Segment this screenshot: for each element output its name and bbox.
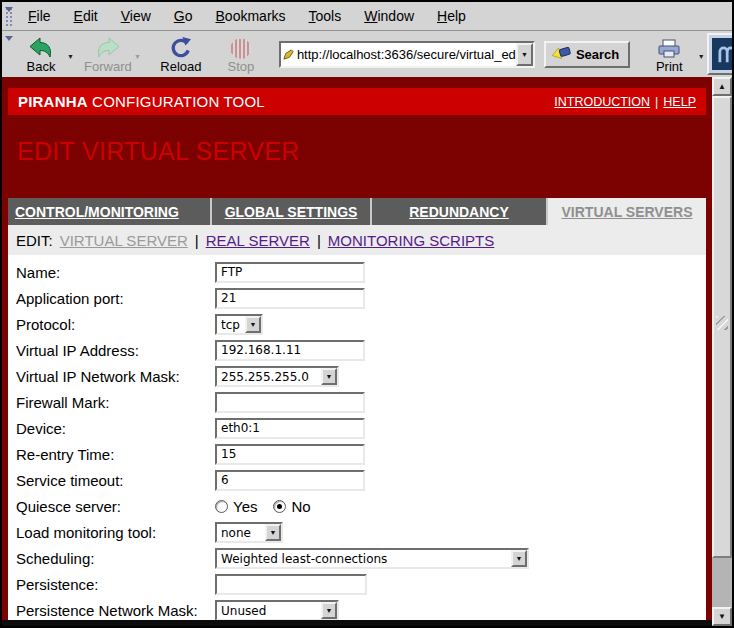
quiesce-radio-yes[interactable] — [215, 500, 228, 513]
stop-icon — [231, 35, 251, 59]
mozilla-m-icon — [712, 38, 734, 70]
stop-button[interactable]: Stop — [215, 33, 267, 76]
field-label-name: Name: — [16, 264, 215, 281]
header-link-help[interactable]: HELP — [663, 95, 696, 109]
edit-subnav: EDIT: VIRTUAL SERVER|REAL SERVER|MONITOR… — [8, 225, 706, 255]
tab-label: VIRTUAL SERVERS — [562, 204, 693, 220]
persistmask-select[interactable]: Unused — [215, 600, 339, 621]
back-button[interactable]: Back — [15, 33, 67, 76]
reentry-input[interactable] — [215, 444, 365, 465]
form-row-fwmark: Firewall Mark: — [16, 389, 706, 415]
page-title: EDIT VIRTUAL SERVER — [17, 137, 300, 166]
field-label-quiesce: Quiesce server: — [16, 498, 215, 515]
browser-window: FileEditViewGoBookmarksToolsWindowHelp B… — [0, 0, 734, 628]
dropdown-arrow-icon[interactable] — [321, 602, 337, 619]
subnav-prefix: EDIT: — [16, 232, 53, 249]
port-input[interactable] — [215, 288, 365, 309]
field-label-protocol: Protocol: — [16, 316, 215, 333]
url-dropdown-button[interactable] — [516, 43, 533, 66]
menu-help[interactable]: Help — [430, 5, 473, 27]
vipmask-select[interactable]: 255.255.255.0 — [215, 366, 339, 387]
subnav-separator: | — [317, 232, 321, 249]
stop-label: Stop — [228, 59, 255, 74]
print-icon — [656, 35, 682, 59]
tab-label: REDUNDANCY — [409, 204, 509, 220]
vipmask-selected-value: 255.255.255.0 — [217, 368, 321, 385]
subnav-link-virtual-server[interactable]: VIRTUAL SERVER — [60, 232, 188, 249]
field-label-scheduling: Scheduling: — [16, 550, 215, 567]
search-button[interactable]: Search — [544, 41, 630, 68]
header-link-introduction[interactable]: INTRODUCTION — [554, 95, 650, 109]
vip-input[interactable] — [215, 340, 365, 361]
tab-global-settings[interactable]: GLOBAL SETTINGS — [210, 198, 370, 225]
scheduling-selected-value: Weighted least-connections — [217, 550, 511, 567]
mozilla-logo[interactable] — [707, 33, 734, 75]
forward-button[interactable]: Forward — [82, 33, 134, 76]
subnav-separator: | — [195, 232, 199, 249]
dropdown-arrow-icon[interactable] — [321, 368, 337, 385]
protocol-select[interactable]: tcp — [215, 314, 263, 335]
tab-label: CONTROL/MONITORING — [15, 204, 179, 220]
reload-icon — [168, 35, 193, 59]
forward-label: Forward — [84, 59, 132, 74]
scheduling-select[interactable]: Weighted least-connections — [215, 548, 529, 569]
app-header: PIRANHA CONFIGURATION TOOL INTRODUCTION|… — [8, 88, 706, 115]
form-row-device: Device: — [16, 415, 706, 441]
dropdown-arrow-icon[interactable] — [265, 524, 281, 541]
field-label-timeout: Service timeout: — [16, 472, 215, 489]
menu-bar: FileEditViewGoBookmarksToolsWindowHelp — [2, 2, 732, 31]
menu-file[interactable]: File — [21, 5, 58, 27]
dropdown-arrow-icon[interactable] — [245, 316, 261, 333]
field-label-port: Application port: — [16, 290, 215, 307]
tab-control-monitoring[interactable]: CONTROL/MONITORING — [8, 198, 210, 225]
scroll-up-button[interactable] — [712, 77, 732, 96]
menu-bookmarks[interactable]: Bookmarks — [209, 5, 293, 27]
reload-button[interactable]: Reload — [155, 33, 207, 76]
menu-view[interactable]: View — [114, 5, 158, 27]
dropdown-arrow-icon[interactable] — [511, 550, 527, 567]
scroll-down-button[interactable] — [712, 607, 732, 626]
tab-virtual-servers[interactable]: VIRTUAL SERVERS — [546, 198, 706, 225]
name-input[interactable] — [215, 262, 365, 283]
form-row-port: Application port: — [16, 285, 706, 311]
field-label-vip: Virtual IP Address: — [16, 342, 215, 359]
navigation-toolbar: Back Forward Reload — [2, 31, 732, 78]
loadmon-select[interactable]: none — [215, 522, 283, 543]
form-row-timeout: Service timeout: — [16, 467, 706, 493]
url-input[interactable]: http://localhost:3636/secure/virtual_edi… — [297, 47, 516, 62]
scrollbar-thumb[interactable] — [712, 96, 732, 558]
persistence-input[interactable] — [215, 574, 367, 595]
print-dropdown-icon[interactable] — [695, 45, 707, 63]
print-label: Print — [656, 59, 683, 74]
back-label: Back — [27, 59, 56, 74]
menu-edit[interactable]: Edit — [67, 5, 105, 27]
url-bar: http://localhost:3636/secure/virtual_edi… — [279, 41, 535, 68]
form-row-quiesce: Quiesce server:YesNo — [16, 493, 706, 519]
header-link-separator: | — [655, 95, 658, 109]
menu-window[interactable]: Window — [357, 5, 421, 27]
quiesce-radio-no[interactable] — [273, 500, 286, 513]
menubar-grippy-icon[interactable] — [5, 6, 14, 26]
field-label-loadmon: Load monitoring tool: — [16, 524, 215, 541]
subnav-link-monitoring-scripts[interactable]: MONITORING SCRIPTS — [328, 232, 494, 249]
form-row-vipmask: Virtual IP Network Mask:255.255.255.0 — [16, 363, 706, 389]
form-row-persistmask: Persistence Network Mask:Unused — [16, 597, 706, 620]
forward-dropdown-icon[interactable] — [134, 45, 141, 63]
subnav-link-real-server[interactable]: REAL SERVER — [206, 232, 310, 249]
search-label: Search — [576, 47, 619, 62]
app-title: PIRANHA CONFIGURATION TOOL — [18, 93, 265, 110]
bookmark-icon[interactable] — [281, 48, 297, 61]
tab-label: GLOBAL SETTINGS — [225, 204, 358, 220]
menu-go[interactable]: Go — [167, 5, 200, 27]
virtual-server-form: Name:Application port:Protocol:tcpVirtua… — [8, 255, 706, 620]
menu-tools[interactable]: Tools — [302, 5, 349, 27]
tab-bar: CONTROL/MONITORINGGLOBAL SETTINGSREDUNDA… — [8, 198, 706, 225]
device-input[interactable] — [215, 418, 365, 439]
back-dropdown-icon[interactable] — [67, 45, 74, 63]
tab-redundancy[interactable]: REDUNDANCY — [370, 198, 546, 225]
fwmark-input[interactable] — [215, 392, 365, 413]
field-label-vipmask: Virtual IP Network Mask: — [16, 368, 215, 385]
field-label-reentry: Re-entry Time: — [16, 446, 215, 463]
timeout-input[interactable] — [215, 470, 365, 491]
print-button[interactable]: Print — [643, 33, 695, 76]
